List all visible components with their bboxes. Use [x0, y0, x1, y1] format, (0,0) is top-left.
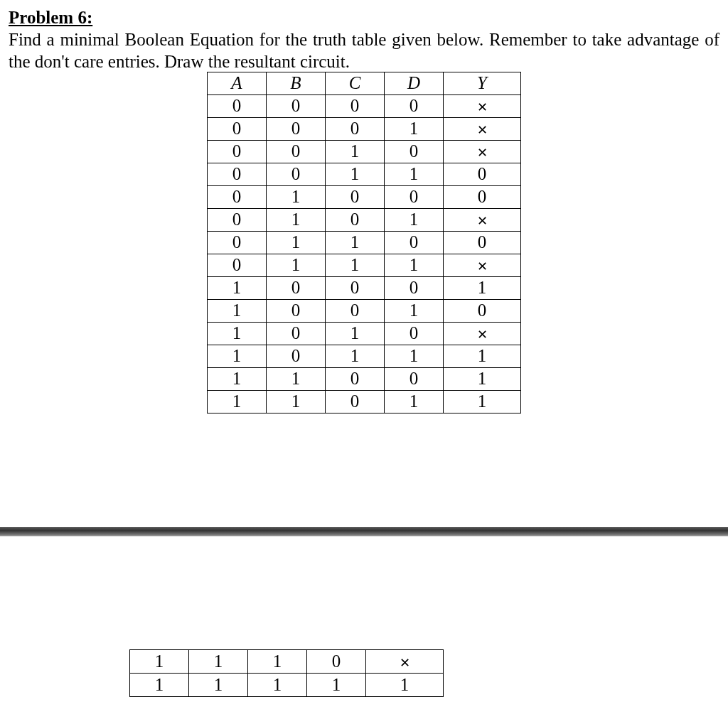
- table-cell: 0: [208, 94, 267, 117]
- table-cell: 0: [267, 94, 326, 117]
- table-cell: 1: [267, 231, 326, 254]
- table-cell: 0: [385, 231, 444, 254]
- table-cell: 1: [267, 208, 326, 231]
- table-cell: 1: [130, 649, 189, 673]
- table-cell: 1: [267, 367, 326, 390]
- table-cell: 0: [444, 299, 521, 322]
- col-header: C: [326, 72, 385, 94]
- table-header-row: A B C D Y: [208, 72, 521, 94]
- col-header: A: [208, 72, 267, 94]
- table-cell: 0: [326, 299, 385, 322]
- table-cell: 0: [385, 140, 444, 163]
- table-cell: 0: [208, 140, 267, 163]
- table-cell: 0: [326, 117, 385, 140]
- dont-care-mark: ✕: [477, 214, 488, 228]
- table-cell: 1: [444, 390, 521, 413]
- table-cell: 1: [326, 254, 385, 276]
- table-cell: 1: [385, 254, 444, 276]
- table-cell: 1: [208, 322, 267, 345]
- table-cell: 1: [208, 367, 267, 390]
- table-cell: 1: [248, 673, 307, 696]
- table-cell: 0: [326, 94, 385, 117]
- table-cell: 1: [267, 254, 326, 276]
- table-cell: 1: [208, 390, 267, 413]
- table-cell: 0: [326, 208, 385, 231]
- table-cell: 1: [248, 649, 307, 673]
- table-cell: 0: [326, 367, 385, 390]
- truth-table-wrap: A B C D Y 0000✕0001✕0010✕00110010000101✕…: [9, 73, 719, 413]
- table-cell: 1: [189, 673, 248, 696]
- fragment-area: 1110✕11111: [0, 536, 728, 697]
- table-cell: ✕: [444, 94, 521, 117]
- dont-care-mark: ✕: [477, 328, 488, 342]
- table-cell: 1: [130, 673, 189, 696]
- table-cell: 0: [267, 163, 326, 185]
- table-cell: 0: [208, 163, 267, 185]
- dont-care-mark: ✕: [477, 100, 488, 114]
- table-cell: 0: [385, 322, 444, 345]
- problem-heading: Problem 6:: [9, 7, 719, 28]
- table-cell: 1: [385, 208, 444, 231]
- dont-care-mark: ✕: [400, 656, 410, 670]
- table-cell: 0: [267, 140, 326, 163]
- table-cell: 1: [326, 322, 385, 345]
- table-cell: 0: [208, 117, 267, 140]
- table-cell: ✕: [444, 322, 521, 345]
- table-cell: 1: [208, 299, 267, 322]
- table-cell: ✕: [444, 208, 521, 231]
- table-row: 0010✕: [208, 140, 521, 163]
- table-cell: 1: [267, 390, 326, 413]
- table-cell: 1: [444, 345, 521, 367]
- table-row: 10111: [208, 345, 521, 367]
- table-cell: 1: [444, 367, 521, 390]
- table-cell: ✕: [444, 117, 521, 140]
- table-row: 1010✕: [208, 322, 521, 345]
- table-cell: 0: [208, 185, 267, 208]
- table-cell: 0: [385, 94, 444, 117]
- table-cell: 1: [326, 140, 385, 163]
- table-row: 01000: [208, 185, 521, 208]
- table-row: 10001: [208, 276, 521, 299]
- table-cell: 1: [326, 345, 385, 367]
- table-cell: 0: [385, 185, 444, 208]
- table-cell: 0: [326, 390, 385, 413]
- table-cell: 1: [326, 231, 385, 254]
- table-cell: 0: [307, 649, 366, 673]
- table-cell: 0: [444, 231, 521, 254]
- table-cell: 0: [444, 163, 521, 185]
- table-cell: 1: [208, 276, 267, 299]
- table-row: 0111✕: [208, 254, 521, 276]
- table-row: 1110✕: [130, 649, 444, 673]
- col-header: Y: [444, 72, 521, 94]
- table-cell: 0: [385, 367, 444, 390]
- table-cell: 0: [208, 254, 267, 276]
- page-content: Problem 6: Find a minimal Boolean Equati…: [0, 0, 728, 413]
- table-row: 01100: [208, 231, 521, 254]
- table-cell: 0: [208, 231, 267, 254]
- col-header: B: [267, 72, 326, 94]
- table-cell: 0: [267, 117, 326, 140]
- dont-care-mark: ✕: [477, 259, 488, 274]
- table-row: 11011: [208, 390, 521, 413]
- table-cell: 1: [307, 673, 366, 696]
- table-cell: 1: [385, 299, 444, 322]
- table-cell: 1: [385, 117, 444, 140]
- table-cell: 1: [267, 185, 326, 208]
- table-cell: 1: [366, 673, 444, 696]
- table-cell: 0: [326, 185, 385, 208]
- table-cell: 1: [385, 345, 444, 367]
- fragment-table: 1110✕11111: [129, 649, 444, 697]
- col-header: D: [385, 72, 444, 94]
- table-cell: 1: [208, 345, 267, 367]
- table-row: 0001✕: [208, 117, 521, 140]
- table-cell: ✕: [366, 649, 444, 673]
- table-cell: 1: [326, 163, 385, 185]
- table-row: 10010: [208, 299, 521, 322]
- table-row: 0000✕: [208, 94, 521, 117]
- table-cell: 0: [267, 276, 326, 299]
- table-row: 0101✕: [208, 208, 521, 231]
- table-cell: ✕: [444, 254, 521, 276]
- table-cell: 1: [189, 649, 248, 673]
- truth-table: A B C D Y 0000✕0001✕0010✕00110010000101✕…: [207, 72, 521, 413]
- table-cell: 0: [267, 299, 326, 322]
